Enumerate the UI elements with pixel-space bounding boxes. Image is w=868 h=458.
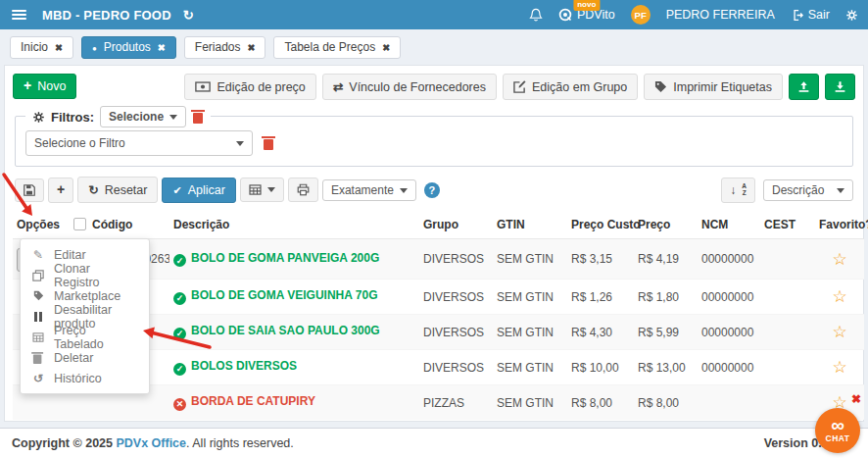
tag-icon [654,80,667,93]
menu-item-preco-tabelado[interactable]: Preço Tabelado [21,327,149,347]
x-circle-icon: ✕ [173,398,186,411]
trash-icon[interactable] [263,136,274,150]
add-filter-button[interactable] [48,178,73,203]
user-name[interactable]: PEDRO FERREIRA [666,8,775,22]
trash-icon[interactable] [192,110,204,124]
trash-icon [32,352,44,364]
edit-square-icon [513,80,526,93]
plus-icon [24,79,31,93]
close-icon[interactable] [382,40,390,54]
table-icon [31,332,45,342]
product-description[interactable]: BOLO DE GOMA VEIGUINHA 70G [191,288,377,302]
product-description[interactable]: BOLO DE GOMA PANVEIGA 200G [191,251,379,265]
match-mode-select[interactable]: Exatamente [322,179,416,201]
plus-icon [57,183,65,197]
app-title: MBD - PEDRO FOOD [42,8,171,23]
check-circle-icon: ✓ [173,254,186,267]
close-icon[interactable] [55,40,63,54]
vinculo-de-fornecedores-button[interactable]: Vínculo de Fornecedores [322,74,497,100]
page: MBD - PEDRO FOOD novo PDVito PF PEDRO FE… [0,0,868,458]
page-footer: Copyright © 2025 PDVx Office. All rights… [0,428,868,458]
col-descricao: Descrição [169,211,419,239]
pencil-icon [31,248,45,262]
sair-label: Sair [808,8,830,22]
filter-mode-select[interactable]: Selecione [100,106,186,127]
product-description[interactable]: BOLO DE SAIA SAO PAULO 300G [191,324,380,337]
copyright: Copyright © 2025 PDVx Office. All rights… [12,436,294,450]
tab-label: Tabela de Preços [284,40,375,54]
tab-inicio[interactable]: Inicio [10,36,73,59]
print-button[interactable] [288,178,318,202]
sair-button[interactable]: Sair [791,8,830,22]
novo-badge: novo [573,0,600,11]
col-preco: Preço [634,211,698,239]
check-circle-icon: ✓ [173,292,186,305]
money-icon [195,81,211,92]
pause-icon [31,312,45,322]
resetar-button[interactable]: Resetar [77,177,158,203]
brand-link[interactable]: PDVx Office [116,436,186,450]
chat-button[interactable]: CHAT [815,408,860,453]
upload-button[interactable] [789,74,819,100]
gear-filter-icon [32,111,45,124]
history-icon [31,372,45,385]
col-opcoes: Opções [13,211,70,239]
tab-bar: Inicio Produtos Feriados Tabela de Preço… [0,29,868,65]
chevron-down-icon [267,187,275,196]
product-description[interactable]: BOLOS DIVERSOS [191,359,297,373]
row-options-menu: Editar Clonar Registro Marketplace Desab… [20,238,150,394]
help-icon[interactable]: ? [424,182,440,198]
filters-box: Filtros: Selecione Selecione o Filtro [15,116,853,167]
col-gtin: GTIN [493,211,567,239]
navbar: MBD - PEDRO FOOD novo PDVito PF PEDRO FE… [0,0,868,29]
refresh-icon[interactable] [183,8,194,23]
star-icon[interactable] [832,250,846,269]
close-icon[interactable] [158,40,166,54]
imprimir-etiquetas-button[interactable]: Imprimir Etiquetas [644,74,783,100]
table-header-row: Opções Código Descrição Grupo GTIN Preço… [13,211,864,239]
tab-label: Inicio [21,40,48,54]
col-grupo: Grupo [419,211,493,239]
bell-icon[interactable] [529,8,543,23]
novo-button[interactable]: Novo [13,74,76,99]
chat-close-icon[interactable] [851,392,861,406]
exchange-icon [333,79,343,94]
sort-button[interactable]: ↓ AZ [721,178,755,203]
filter-select[interactable]: Selecione o Filtro [25,130,253,156]
select-all-checkbox[interactable] [73,218,86,230]
hamburger-icon[interactable] [12,10,26,20]
clone-icon [31,270,45,281]
columns-button[interactable] [240,178,284,202]
tab-label: Feriados [195,40,241,54]
tab-produtos[interactable]: Produtos [81,36,176,59]
star-icon[interactable] [832,323,846,341]
col-ncm: NCM [698,211,760,239]
star-icon[interactable] [832,358,846,377]
product-description[interactable]: BORDA DE CATUPIRY [191,394,315,408]
col-preco-custo: Preço Custo [567,211,634,239]
refresh-icon [88,182,98,197]
pdvito-icon [558,8,572,22]
check-circle-icon: ✓ [173,363,186,376]
tab-label: Produtos [104,40,151,54]
star-icon[interactable] [832,287,846,306]
tab-tabela-de-precos[interactable]: Tabela de Preços [273,36,401,59]
close-icon[interactable] [248,40,256,54]
tab-feriados[interactable]: Feriados [184,36,266,59]
save-filter-button[interactable] [15,178,44,202]
download-button[interactable] [825,74,855,100]
edicao-de-preco-button[interactable]: Edição de preço [184,74,315,100]
col-codigo: Código [70,211,169,239]
tag-icon [31,290,45,301]
check-icon [172,183,181,197]
menu-item-historico[interactable]: Histórico [21,368,149,388]
menu-item-clonar-registro[interactable]: Clonar Registro [21,265,149,285]
sort-column-select[interactable]: Descrição [763,179,853,201]
avatar[interactable]: PF [631,5,651,25]
infinity-icon [831,418,844,433]
active-dot-icon [92,40,97,54]
gear-icon[interactable] [845,9,858,22]
aplicar-button[interactable]: Aplicar [162,178,235,203]
pdvito-link[interactable]: novo PDVito [558,8,615,22]
edicao-em-grupo-button[interactable]: Edição em Grupo [503,74,638,100]
